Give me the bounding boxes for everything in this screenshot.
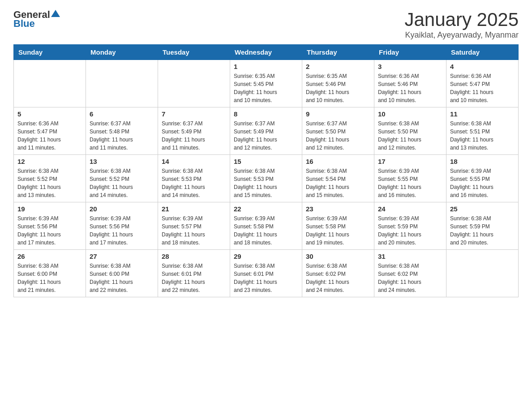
calendar-cell: 9Sunrise: 6:37 AM Sunset: 5:50 PM Daylig…: [302, 107, 374, 155]
calendar-cell: 2Sunrise: 6:35 AM Sunset: 5:46 PM Daylig…: [302, 60, 374, 107]
day-info: Sunrise: 6:36 AM Sunset: 5:46 PM Dayligh…: [378, 72, 442, 104]
calendar-cell: 17Sunrise: 6:39 AM Sunset: 5:55 PM Dayli…: [374, 155, 446, 202]
day-number: 23: [306, 205, 370, 213]
calendar-cell: 12Sunrise: 6:38 AM Sunset: 5:52 PM Dayli…: [14, 155, 86, 202]
day-number: 26: [17, 253, 82, 260]
day-info: Sunrise: 6:38 AM Sunset: 6:01 PM Dayligh…: [162, 262, 226, 294]
day-header-friday: Friday: [374, 45, 446, 60]
week-row-3: 12Sunrise: 6:38 AM Sunset: 5:52 PM Dayli…: [14, 155, 519, 202]
calendar-cell: 23Sunrise: 6:39 AM Sunset: 5:58 PM Dayli…: [302, 202, 374, 250]
day-number: 12: [17, 158, 82, 165]
day-header-wednesday: Wednesday: [230, 45, 302, 60]
calendar-cell: 24Sunrise: 6:39 AM Sunset: 5:59 PM Dayli…: [374, 202, 446, 250]
day-info: Sunrise: 6:39 AM Sunset: 5:57 PM Dayligh…: [162, 214, 226, 247]
calendar-cell: 31Sunrise: 6:38 AM Sunset: 6:02 PM Dayli…: [374, 250, 446, 297]
day-info: Sunrise: 6:38 AM Sunset: 5:53 PM Dayligh…: [234, 167, 298, 199]
calendar-cell: 10Sunrise: 6:38 AM Sunset: 5:50 PM Dayli…: [374, 107, 446, 155]
day-info: Sunrise: 6:37 AM Sunset: 5:49 PM Dayligh…: [162, 120, 226, 152]
calendar-cell: 30Sunrise: 6:38 AM Sunset: 6:02 PM Dayli…: [302, 250, 374, 297]
day-info: Sunrise: 6:35 AM Sunset: 5:45 PM Dayligh…: [234, 72, 298, 104]
day-number: 20: [90, 205, 154, 213]
day-info: Sunrise: 6:35 AM Sunset: 5:46 PM Dayligh…: [306, 72, 370, 104]
day-number: 6: [90, 110, 154, 118]
calendar-table: SundayMondayTuesdayWednesdayThursdayFrid…: [13, 44, 519, 297]
day-number: 14: [162, 158, 226, 165]
calendar-title: January 2025: [404, 9, 519, 30]
day-info: Sunrise: 6:38 AM Sunset: 6:01 PM Dayligh…: [234, 262, 298, 294]
day-number: 31: [378, 253, 442, 260]
calendar-cell: 29Sunrise: 6:38 AM Sunset: 6:01 PM Dayli…: [230, 250, 302, 297]
calendar-cell: 3Sunrise: 6:36 AM Sunset: 5:46 PM Daylig…: [374, 60, 446, 107]
day-header-tuesday: Tuesday: [158, 45, 230, 60]
calendar-cell: 25Sunrise: 6:38 AM Sunset: 5:59 PM Dayli…: [446, 202, 519, 250]
day-number: 18: [450, 158, 515, 165]
calendar-cell: 28Sunrise: 6:38 AM Sunset: 6:01 PM Dayli…: [158, 250, 230, 297]
day-info: Sunrise: 6:38 AM Sunset: 5:52 PM Dayligh…: [90, 167, 154, 199]
day-info: Sunrise: 6:38 AM Sunset: 5:51 PM Dayligh…: [450, 120, 515, 152]
day-header-thursday: Thursday: [302, 45, 374, 60]
day-header-saturday: Saturday: [446, 45, 519, 60]
logo: General Blue: [13, 9, 60, 30]
calendar-cell: 15Sunrise: 6:38 AM Sunset: 5:53 PM Dayli…: [230, 155, 302, 202]
day-header-sunday: Sunday: [14, 45, 86, 60]
day-number: 7: [162, 110, 226, 118]
day-info: Sunrise: 6:37 AM Sunset: 5:50 PM Dayligh…: [306, 120, 370, 152]
day-number: 5: [17, 110, 82, 118]
calendar-cell: 7Sunrise: 6:37 AM Sunset: 5:49 PM Daylig…: [158, 107, 230, 155]
day-number: 15: [234, 158, 298, 165]
calendar-cell: 13Sunrise: 6:38 AM Sunset: 5:52 PM Dayli…: [86, 155, 158, 202]
day-number: 25: [450, 205, 515, 213]
calendar-cell: 14Sunrise: 6:38 AM Sunset: 5:53 PM Dayli…: [158, 155, 230, 202]
calendar-cell: 26Sunrise: 6:38 AM Sunset: 6:00 PM Dayli…: [14, 250, 86, 297]
calendar-cell: 16Sunrise: 6:38 AM Sunset: 5:54 PM Dayli…: [302, 155, 374, 202]
day-info: Sunrise: 6:39 AM Sunset: 5:56 PM Dayligh…: [90, 214, 154, 247]
day-info: Sunrise: 6:36 AM Sunset: 5:47 PM Dayligh…: [450, 72, 515, 104]
day-info: Sunrise: 6:38 AM Sunset: 6:00 PM Dayligh…: [90, 262, 154, 294]
day-number: 10: [378, 110, 442, 118]
day-number: 29: [234, 253, 298, 260]
day-number: 11: [450, 110, 515, 118]
week-row-2: 5Sunrise: 6:36 AM Sunset: 5:47 PM Daylig…: [14, 107, 519, 155]
calendar-cell: 4Sunrise: 6:36 AM Sunset: 5:47 PM Daylig…: [446, 60, 519, 107]
day-info: Sunrise: 6:38 AM Sunset: 5:54 PM Dayligh…: [306, 167, 370, 199]
day-number: 9: [306, 110, 370, 118]
day-number: 13: [90, 158, 154, 165]
calendar-cell: [86, 60, 158, 107]
day-info: Sunrise: 6:39 AM Sunset: 5:58 PM Dayligh…: [306, 214, 370, 247]
day-info: Sunrise: 6:36 AM Sunset: 5:47 PM Dayligh…: [17, 120, 82, 152]
calendar-cell: 18Sunrise: 6:39 AM Sunset: 5:55 PM Dayli…: [446, 155, 519, 202]
day-number: 27: [90, 253, 154, 260]
calendar-cell: 8Sunrise: 6:37 AM Sunset: 5:49 PM Daylig…: [230, 107, 302, 155]
day-info: Sunrise: 6:38 AM Sunset: 5:52 PM Dayligh…: [17, 167, 82, 199]
day-info: Sunrise: 6:38 AM Sunset: 6:00 PM Dayligh…: [17, 262, 82, 294]
day-info: Sunrise: 6:38 AM Sunset: 6:02 PM Dayligh…: [378, 262, 442, 294]
calendar-cell: 1Sunrise: 6:35 AM Sunset: 5:45 PM Daylig…: [230, 60, 302, 107]
day-number: 3: [378, 63, 442, 70]
calendar-cell: [14, 60, 86, 107]
calendar-cell: 20Sunrise: 6:39 AM Sunset: 5:56 PM Dayli…: [86, 202, 158, 250]
day-number: 1: [234, 63, 298, 70]
calendar-cell: 5Sunrise: 6:36 AM Sunset: 5:47 PM Daylig…: [14, 107, 86, 155]
day-info: Sunrise: 6:39 AM Sunset: 5:55 PM Dayligh…: [450, 167, 515, 199]
calendar-cell: 22Sunrise: 6:39 AM Sunset: 5:58 PM Dayli…: [230, 202, 302, 250]
day-info: Sunrise: 6:39 AM Sunset: 5:59 PM Dayligh…: [378, 214, 442, 247]
day-info: Sunrise: 6:38 AM Sunset: 5:53 PM Dayligh…: [162, 167, 226, 199]
calendar-cell: [158, 60, 230, 107]
day-number: 16: [306, 158, 370, 165]
day-number: 2: [306, 63, 370, 70]
calendar-cell: 21Sunrise: 6:39 AM Sunset: 5:57 PM Dayli…: [158, 202, 230, 250]
day-info: Sunrise: 6:38 AM Sunset: 5:50 PM Dayligh…: [378, 120, 442, 152]
day-number: 4: [450, 63, 515, 70]
day-number: 30: [306, 253, 370, 260]
day-number: 21: [162, 205, 226, 213]
day-info: Sunrise: 6:39 AM Sunset: 5:58 PM Dayligh…: [234, 214, 298, 247]
day-info: Sunrise: 6:38 AM Sunset: 5:59 PM Dayligh…: [450, 214, 515, 247]
calendar-cell: 6Sunrise: 6:37 AM Sunset: 5:48 PM Daylig…: [86, 107, 158, 155]
day-number: 8: [234, 110, 298, 118]
week-row-4: 19Sunrise: 6:39 AM Sunset: 5:56 PM Dayli…: [14, 202, 519, 250]
day-header-monday: Monday: [86, 45, 158, 60]
day-number: 17: [378, 158, 442, 165]
svg-marker-0: [51, 10, 60, 17]
calendar-cell: [446, 250, 519, 297]
day-number: 24: [378, 205, 442, 213]
